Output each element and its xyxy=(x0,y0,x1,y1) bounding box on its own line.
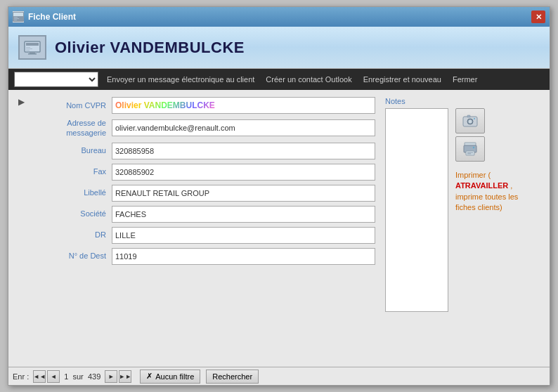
svg-rect-11 xyxy=(28,53,37,55)
dr-input[interactable] xyxy=(112,227,375,244)
nav-next-button[interactable]: ► xyxy=(105,370,117,383)
bureau-row: Bureau xyxy=(39,143,375,159)
close-window-button[interactable]: ✕ xyxy=(531,11,545,23)
svg-rect-15 xyxy=(467,115,470,117)
nom-input[interactable]: Olivier VANDEMBULCKE xyxy=(112,97,375,114)
svg-rect-21 xyxy=(467,154,471,155)
create-outlook-contact-button[interactable]: Créer un contact Outlook xyxy=(263,74,354,85)
action-buttons: Imprimer ( ATRAVAILLER , imprime toutes … xyxy=(455,108,540,312)
svg-rect-20 xyxy=(467,152,473,153)
nav-prev-button[interactable]: ◄ xyxy=(47,370,60,383)
status-bar: Enr : ◄◄ ◄ 1 sur 439 ► ►► ✗ Aucun filtre… xyxy=(8,367,550,385)
dr-row: DR xyxy=(39,227,375,244)
bureau-label: Bureau xyxy=(39,145,106,155)
libelle-row: Libellé xyxy=(39,185,375,202)
close-button[interactable]: Fermer xyxy=(450,74,480,85)
svg-rect-7 xyxy=(26,47,30,48)
save-new-button[interactable]: Enregistrer et nouveau xyxy=(361,74,444,85)
title-bar: Fiche Client ✕ xyxy=(8,7,550,27)
notes-section: Notes xyxy=(385,97,540,312)
print-text-4: clients) xyxy=(478,203,502,211)
form-panel: Nom CVPR Olivier VANDEMBULCKE Adresse de… xyxy=(39,97,375,360)
nav-first-button[interactable]: ◄◄ xyxy=(33,370,46,383)
svg-point-14 xyxy=(469,120,472,124)
societe-input[interactable] xyxy=(112,206,375,223)
search-button[interactable]: Rechercher xyxy=(206,370,259,384)
filter-label: Aucun filtre xyxy=(155,372,194,381)
adresse-row: Adresse de messagerie xyxy=(39,118,375,138)
svg-rect-4 xyxy=(14,20,17,20)
print-text-atravailler: ATRAVAILLER xyxy=(455,181,508,190)
svg-rect-6 xyxy=(26,43,39,46)
adresse-label: Adresse de messagerie xyxy=(39,118,106,138)
libelle-label: Libellé xyxy=(39,188,106,197)
svg-rect-9 xyxy=(26,50,30,51)
svg-rect-10 xyxy=(30,52,35,53)
fax-label: Fax xyxy=(39,166,106,176)
right-panel: Notes xyxy=(385,97,540,360)
societe-row: Société xyxy=(39,206,375,223)
record-total: 439 xyxy=(88,372,100,381)
svg-rect-19 xyxy=(466,151,474,155)
main-window: Fiche Client ✕ Olivier VANDEMBULCKE Envo… xyxy=(8,6,550,386)
svg-rect-8 xyxy=(26,48,32,49)
camera-button[interactable] xyxy=(455,108,485,133)
filter-icon: ✗ xyxy=(146,372,153,381)
ndest-label: N° de Dest xyxy=(39,251,106,261)
print-text-1: Imprimer ( xyxy=(455,171,491,179)
svg-rect-2 xyxy=(14,17,18,18)
record-current: 1 xyxy=(64,372,68,381)
svg-rect-1 xyxy=(13,13,23,16)
record-sep: sur xyxy=(72,372,83,381)
printer-icon xyxy=(462,142,478,156)
libelle-input[interactable] xyxy=(112,185,375,202)
svg-point-22 xyxy=(473,147,474,148)
window-title: Fiche Client xyxy=(28,12,76,22)
print-link[interactable]: Imprimer ( ATRAVAILLER , imprime toutes … xyxy=(455,170,540,214)
notes-textarea[interactable] xyxy=(385,108,448,312)
send-email-button[interactable]: Envoyer un message électronique au clien… xyxy=(104,74,257,85)
record-info: 1 sur 439 xyxy=(64,372,100,381)
ndest-input[interactable] xyxy=(112,248,375,265)
window-icon xyxy=(13,11,24,22)
dr-label: DR xyxy=(39,230,106,240)
svg-rect-3 xyxy=(14,18,19,19)
no-filter-button[interactable]: ✗ Aucun filtre xyxy=(140,370,200,384)
nav-section: ◄◄ ◄ 1 sur 439 ► ►► xyxy=(33,370,131,383)
header-title: Olivier VANDEMBULCKE xyxy=(55,39,245,57)
nom-value: Olivier VANDEMBULCKE xyxy=(115,100,215,110)
svg-point-16 xyxy=(474,118,475,119)
client-icon xyxy=(18,35,46,60)
fax-input[interactable] xyxy=(112,164,375,181)
toolbar-combo[interactable] xyxy=(14,72,98,87)
adresse-input[interactable] xyxy=(112,119,375,136)
societe-label: Société xyxy=(39,209,106,218)
fax-row: Fax xyxy=(39,164,375,181)
notes-label: Notes xyxy=(385,97,540,105)
enr-label: Enr : xyxy=(13,372,29,381)
toolbar: Envoyer un message électronique au clien… xyxy=(8,69,550,90)
nom-label: Nom CVPR xyxy=(39,100,106,110)
header-section: Olivier VANDEMBULCKE xyxy=(8,27,550,69)
content-area: ▶ Nom CVPR Olivier VANDEMBULCKE Adresse … xyxy=(8,90,550,367)
camera-icon xyxy=(462,114,478,128)
side-arrow[interactable]: ▶ xyxy=(18,97,30,360)
nom-row: Nom CVPR Olivier VANDEMBULCKE xyxy=(39,97,375,114)
bureau-input[interactable] xyxy=(112,143,375,159)
print-button[interactable] xyxy=(455,136,485,162)
ndest-row: N° de Dest xyxy=(39,248,375,265)
nav-last-button[interactable]: ►► xyxy=(119,370,131,383)
